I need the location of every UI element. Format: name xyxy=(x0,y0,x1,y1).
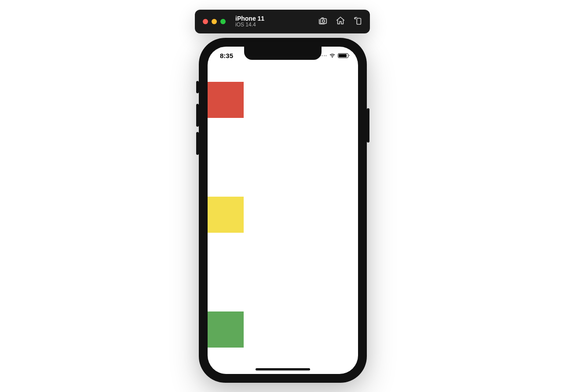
home-indicator[interactable] xyxy=(256,368,310,370)
phone-frame: 8:35 xyxy=(199,38,367,383)
window-close-button[interactable] xyxy=(203,19,208,24)
app-content xyxy=(208,64,358,365)
green-box xyxy=(208,311,244,348)
rotate-icon[interactable] xyxy=(353,16,363,27)
svg-rect-0 xyxy=(321,18,327,23)
battery-icon xyxy=(338,53,348,58)
volume-up-button[interactable] xyxy=(196,104,199,127)
svg-point-1 xyxy=(322,20,325,22)
window-minimize-button[interactable] xyxy=(212,19,217,24)
power-button[interactable] xyxy=(367,108,369,143)
svg-rect-2 xyxy=(357,18,361,25)
svg-point-3 xyxy=(332,57,333,58)
phone-screen: 8:35 xyxy=(208,47,358,374)
device-name-label: iPhone 11 xyxy=(235,15,264,22)
titlebar-actions xyxy=(318,16,363,27)
battery-level xyxy=(339,54,347,57)
wifi-icon xyxy=(329,52,336,59)
window-traffic-lights xyxy=(203,19,226,24)
device-os-label: iOS 14.4 xyxy=(235,22,264,28)
volume-down-button[interactable] xyxy=(196,132,199,155)
notch xyxy=(244,47,322,60)
mute-switch[interactable] xyxy=(196,81,199,93)
window-zoom-button[interactable] xyxy=(220,19,226,24)
status-right xyxy=(320,52,349,59)
home-icon[interactable] xyxy=(336,16,345,27)
red-box xyxy=(208,82,244,118)
yellow-box xyxy=(208,197,244,233)
screenshot-icon[interactable] xyxy=(318,16,328,27)
device-info: iPhone 11 iOS 14.4 xyxy=(235,15,264,28)
simulator-titlebar: iPhone 11 iOS 14.4 xyxy=(195,10,370,33)
status-time: 8:35 xyxy=(220,52,233,59)
